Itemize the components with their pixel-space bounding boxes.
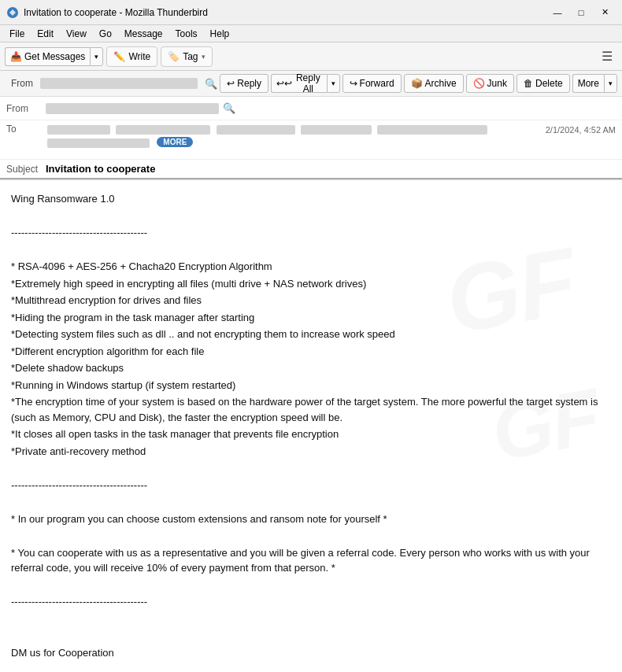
tag-icon: 🏷️ (168, 51, 180, 62)
from-address-blurred (40, 78, 198, 89)
tag-label: Tag (183, 51, 198, 62)
body-line-spacer-3 (11, 460, 611, 476)
body-line-14: * In our program you can choose custom e… (11, 511, 611, 527)
write-button[interactable]: ✏️ Write (106, 46, 157, 67)
junk-label: Junk (487, 78, 507, 89)
junk-button[interactable]: 🚫 Junk (466, 74, 514, 93)
from-value-blurred (46, 103, 219, 114)
reply-all-button[interactable]: ↩↩ Reply All (271, 74, 327, 93)
write-label: Write (128, 51, 150, 62)
body-line-spacer-6 (11, 578, 611, 593)
get-messages-icon: 📥 (10, 51, 22, 62)
to-field-label: To (6, 124, 46, 135)
reply-icon: ↩ (227, 78, 235, 89)
forward-button[interactable]: ↪ Forward (342, 74, 402, 93)
window-title: Invitation to cooperate - Mozilla Thunde… (24, 7, 546, 18)
menu-go[interactable]: Go (93, 27, 118, 41)
reply-all-dropdown[interactable]: ▾ (327, 74, 340, 93)
to-addresses: MORE (46, 124, 546, 149)
body-line-7: *Detecting system files such as dll .. a… (11, 327, 611, 342)
to-addr-2 (116, 125, 210, 135)
body-line-16: DM us for Cooperation (11, 645, 611, 661)
forward-icon: ↪ (350, 78, 357, 89)
to-addr-4 (301, 125, 372, 135)
title-bar: Invitation to cooperate - Mozilla Thunde… (0, 0, 622, 25)
maximize-button[interactable]: □ (570, 5, 592, 20)
from-addr-icon[interactable]: 🔍 (222, 102, 236, 116)
menu-view[interactable]: View (60, 27, 93, 41)
subject-value: Invitation to cooperate (46, 163, 155, 175)
body-line-divider-2: ---------------------------------------- (11, 478, 611, 493)
body-line-12: *It closes all open tasks in the task ma… (11, 426, 611, 442)
to-addr-1 (47, 125, 110, 135)
more-recipients-button[interactable]: MORE (157, 137, 193, 147)
more-split: More ▾ (572, 74, 617, 93)
delete-label: Delete (535, 78, 563, 89)
body-line-5: *Multithread encryption for drives and f… (11, 293, 611, 308)
tag-button[interactable]: 🏷️ Tag ▾ (161, 46, 212, 67)
body-line-11: *The encryption time of your system is b… (11, 394, 611, 425)
get-messages-label: Get Messages (24, 51, 85, 62)
subject-field-label: Subject (6, 164, 46, 175)
to-row: To MORE 2/1/2024, 4:52 AM (0, 120, 622, 160)
archive-button[interactable]: 📦 Archive (404, 74, 464, 93)
write-icon: ✏️ (113, 51, 125, 62)
delete-button[interactable]: 🗑 Delete (516, 74, 570, 93)
reply-all-label: Reply All (294, 72, 322, 94)
body-line-13: *Private anti-recovery method (11, 444, 611, 460)
body-line-spacer-2 (11, 242, 611, 258)
action-bar: From 🔍 ↩ Reply ↩↩ Reply All ▾ ↪ Forward (0, 71, 622, 97)
subject-row: Subject Invitation to cooperate (0, 160, 622, 179)
to-addr-5 (377, 125, 487, 135)
body-line-3: * RSA-4096 + AES-256 + Chacha20 Encrypti… (11, 259, 611, 275)
more-label: More (578, 78, 599, 89)
reply-label: Reply (237, 78, 261, 89)
reply-all-icon: ↩↩ (276, 78, 292, 89)
menu-bar: File Edit View Go Message Tools Help (0, 25, 622, 42)
menu-edit[interactable]: Edit (31, 27, 60, 41)
reply-all-split: ↩↩ Reply All ▾ (271, 74, 340, 93)
to-addr-6 (47, 138, 150, 148)
body-line-spacer-5 (11, 528, 611, 544)
close-button[interactable]: ✕ (594, 5, 616, 20)
hamburger-menu[interactable]: ☰ (597, 46, 617, 66)
menu-help[interactable]: Help (204, 27, 236, 41)
body-line-15: * You can cooperate with us as a represe… (11, 545, 611, 576)
more-dropdown[interactable]: ▾ (604, 74, 617, 93)
from-row: From 🔍 (0, 97, 622, 120)
body-line-9: *Delete shadow backups (11, 360, 611, 376)
email-body[interactable]: GF GF Wing Ransomware 1.0 --------------… (0, 180, 622, 672)
reply-button[interactable]: ↩ Reply (220, 74, 268, 93)
body-line-4: *Extremely high speed in encrypting all … (11, 276, 611, 292)
body-line-divider-1: ---------------------------------------- (11, 225, 611, 241)
tag-dropdown-arrow: ▾ (202, 53, 205, 61)
from-label: From (5, 76, 39, 90)
menu-file[interactable]: File (3, 27, 31, 41)
body-line-spacer-4 (11, 494, 611, 510)
from-field-label: From (6, 103, 46, 114)
forward-label: Forward (360, 78, 394, 89)
get-messages-dropdown[interactable]: ▾ (90, 47, 103, 66)
body-line-spacer-7 (11, 611, 611, 627)
window-controls: — □ ✕ (546, 5, 616, 20)
more-button[interactable]: More (572, 74, 604, 93)
get-messages-split: 📥 Get Messages ▾ (5, 47, 103, 66)
menu-message[interactable]: Message (118, 27, 169, 41)
body-line-1: Wing Ransomware 1.0 (11, 191, 611, 207)
email-date: 2/1/2024, 4:52 AM (546, 125, 616, 135)
body-line-8: *Different encryption algorithm for each… (11, 344, 611, 360)
address-book-icon[interactable]: 🔍 (204, 76, 218, 90)
archive-label: Archive (425, 78, 457, 89)
archive-icon: 📦 (411, 78, 423, 89)
minimize-button[interactable]: — (546, 5, 568, 20)
menu-tools[interactable]: Tools (169, 27, 204, 41)
body-line-10: *Running in Windows startup (if system r… (11, 378, 611, 393)
body-line-spacer-8 (11, 628, 611, 644)
app-icon (6, 6, 19, 19)
body-line-6: *Hiding the program in the task manager … (11, 310, 611, 326)
get-messages-button[interactable]: 📥 Get Messages (5, 47, 90, 66)
main-toolbar: 📥 Get Messages ▾ ✏️ Write 🏷️ Tag ▾ ☰ (0, 42, 622, 71)
body-line-divider-3: ---------------------------------------- (11, 594, 611, 610)
body-line-spacer-1 (11, 209, 611, 224)
email-header: From 🔍 ↩ Reply ↩↩ Reply All ▾ ↪ Forward (0, 71, 622, 180)
